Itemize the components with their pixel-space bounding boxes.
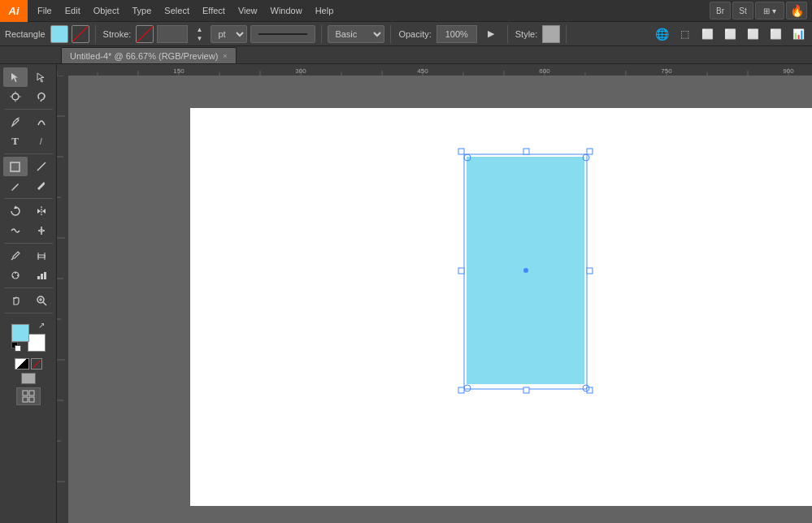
paintbrush-tool[interactable] xyxy=(29,176,54,196)
svg-rect-79 xyxy=(523,387,529,393)
reflect-tool[interactable] xyxy=(29,201,54,221)
stroke-swatch[interactable] xyxy=(136,25,154,43)
menu-type[interactable]: Type xyxy=(126,0,158,21)
menu-window[interactable]: Window xyxy=(264,0,309,21)
sep1 xyxy=(4,109,53,110)
selection-tool[interactable] xyxy=(3,67,28,87)
title-bar: Ai File Edit Object Type Select Effect V… xyxy=(0,0,812,22)
none-color-icon[interactable] xyxy=(31,358,42,370)
svg-rect-75 xyxy=(587,149,593,154)
tool-row-warp xyxy=(2,221,54,240)
style-select[interactable]: Basic xyxy=(328,25,384,43)
svg-line-11 xyxy=(11,258,13,260)
menu-file[interactable]: File xyxy=(31,0,59,21)
tool-row-nav xyxy=(2,291,54,310)
sep2 xyxy=(4,153,53,154)
stock-button[interactable]: St xyxy=(732,2,753,19)
canvas-area[interactable]: 150 300 450 600 750 900 xyxy=(57,64,812,523)
tool-name-label: Rectangle xyxy=(3,29,47,39)
style-swatch[interactable] xyxy=(542,25,560,43)
stroke-down[interactable]: ▼ xyxy=(189,34,210,43)
svg-point-16 xyxy=(15,272,16,274)
divider3 xyxy=(390,25,391,43)
svg-text:900: 900 xyxy=(783,67,794,75)
gradient-icon[interactable] xyxy=(15,358,29,370)
opacity-input[interactable] xyxy=(436,25,477,43)
align-v-icon[interactable]: ⬜ xyxy=(719,25,740,43)
chart-icon[interactable]: 📊 xyxy=(788,25,809,43)
zoom-tool[interactable] xyxy=(29,291,54,310)
rectangle-tool[interactable] xyxy=(3,157,28,176)
divider2 xyxy=(321,25,322,43)
svg-rect-21 xyxy=(44,272,46,279)
stroke-unit-select[interactable]: ptpxmm xyxy=(211,25,247,43)
warp-tool[interactable] xyxy=(3,221,28,240)
menu-effect[interactable]: Effect xyxy=(196,0,232,21)
selected-shape[interactable] xyxy=(467,157,584,384)
direct-select-tool[interactable] xyxy=(29,67,54,87)
menu-object[interactable]: Object xyxy=(87,0,126,21)
align-h-icon[interactable]: ⬜ xyxy=(697,25,718,43)
svg-rect-77 xyxy=(587,268,593,274)
fill-color-box[interactable] xyxy=(11,324,29,342)
bridge-button[interactable]: Br xyxy=(710,2,731,19)
measure-tool[interactable] xyxy=(29,246,54,266)
svg-rect-28 xyxy=(29,391,34,395)
swap-colors-icon[interactable]: ↗ xyxy=(36,319,47,331)
hand-tool[interactable] xyxy=(3,291,28,310)
lasso-tool[interactable] xyxy=(29,87,54,106)
stroke-weight-input[interactable] xyxy=(157,25,188,43)
style-label: Style: xyxy=(514,29,540,39)
distribute-v-icon[interactable]: ⬜ xyxy=(765,25,786,43)
stroke-up[interactable]: ▲ xyxy=(189,25,210,34)
svg-rect-12 xyxy=(38,255,45,257)
edit-artboards-btn[interactable] xyxy=(16,387,41,405)
stroke-style-preview[interactable] xyxy=(250,25,315,43)
pen-tool[interactable] xyxy=(3,112,28,132)
edit-artboard-icon[interactable] xyxy=(16,387,41,405)
touch-type-tool[interactable]: / xyxy=(29,132,54,151)
workspace-switcher[interactable]: ⊞ ▾ xyxy=(755,2,784,19)
fill-swatch[interactable] xyxy=(50,25,68,43)
svg-rect-29 xyxy=(23,397,28,402)
divider4 xyxy=(507,25,508,43)
line-tool[interactable] xyxy=(29,157,54,176)
magic-wand-tool[interactable] xyxy=(3,87,28,106)
canvas-viewport[interactable] xyxy=(68,76,812,523)
menu-edit[interactable]: Edit xyxy=(59,0,87,21)
menu-view[interactable]: View xyxy=(232,0,264,21)
default-colors-icon[interactable] xyxy=(11,342,21,352)
distribute-h-icon[interactable]: ⬜ xyxy=(742,25,763,43)
pencil-tool[interactable] xyxy=(3,176,28,196)
artboard xyxy=(190,108,812,506)
search-button[interactable]: 🔥 xyxy=(786,2,807,19)
sep5 xyxy=(4,287,53,288)
stroke-color-box[interactable] xyxy=(28,334,46,352)
tab-close-button[interactable]: × xyxy=(223,52,227,60)
stroke-label: Stroke: xyxy=(102,29,133,39)
align-globe-icon[interactable]: 🌐 xyxy=(651,25,672,43)
rotate-tool[interactable] xyxy=(3,201,28,221)
fill-indicator[interactable] xyxy=(72,25,89,43)
opacity-more[interactable]: ▶ xyxy=(480,25,502,43)
options-bar: Rectangle Stroke: ▲ ▼ ptpxmm Basic Opaci… xyxy=(0,22,812,46)
svg-rect-78 xyxy=(458,387,464,393)
type-tool[interactable]: T xyxy=(3,132,28,151)
symbol-sprayer-tool[interactable] xyxy=(3,266,28,285)
document-tab[interactable]: Untitled-4* @ 66.67% (RGB/Preview) × xyxy=(61,47,237,63)
svg-point-0 xyxy=(12,93,19,100)
width-tool[interactable] xyxy=(29,221,54,240)
ruler-top: 150 300 450 600 750 900 xyxy=(57,64,812,76)
column-graph-tool[interactable] xyxy=(29,266,54,285)
menu-select[interactable]: Select xyxy=(158,0,196,21)
sep4 xyxy=(4,243,53,244)
eyedropper-tool[interactable] xyxy=(3,246,28,266)
view-row xyxy=(21,373,36,384)
curvature-tool[interactable] xyxy=(29,112,54,132)
change-screen-mode-icon[interactable] xyxy=(21,373,36,384)
transform-icon[interactable]: ⬚ xyxy=(674,25,695,43)
divider5 xyxy=(566,25,567,43)
svg-text:600: 600 xyxy=(539,67,550,75)
menu-help[interactable]: Help xyxy=(309,0,341,21)
color-swatches-area: ↗ xyxy=(10,319,47,353)
